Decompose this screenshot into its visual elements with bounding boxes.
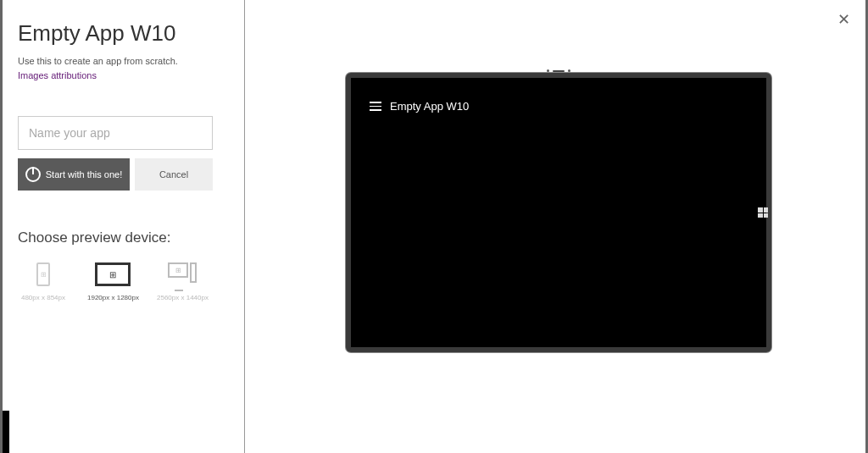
- app-name-input[interactable]: [18, 116, 213, 150]
- page-subtitle: Use this to create an app from scratch.: [18, 55, 227, 67]
- preview-area: ✕ Empty App W10: [246, 0, 865, 453]
- tablet-icon: [87, 260, 138, 289]
- cancel-button[interactable]: Cancel: [135, 158, 213, 191]
- device-option-tablet[interactable]: 1920px x 1280px: [87, 260, 138, 301]
- device-label: 480px x 854px: [18, 294, 69, 301]
- windows-logo-icon: [758, 207, 768, 218]
- device-label: 1920px x 1280px: [87, 294, 138, 301]
- app-screen: Empty App W10: [363, 91, 754, 334]
- power-icon: [25, 167, 41, 182]
- device-bezel: Empty App W10: [351, 78, 766, 347]
- device-row: 480px x 854px 1920px x 1280px 2560px x 1…: [18, 260, 227, 301]
- start-button-label: Start with this one!: [46, 169, 123, 180]
- start-button[interactable]: Start with this one!: [18, 158, 130, 191]
- hamburger-icon[interactable]: [370, 102, 381, 111]
- app-preview-title: Empty App W10: [390, 100, 469, 113]
- sidebar-panel: Empty App W10 Use this to create an app …: [9, 0, 245, 453]
- desktop-icon: [157, 260, 208, 289]
- device-preview-frame: Empty App W10: [346, 73, 771, 352]
- action-row: Start with this one! Cancel: [18, 158, 227, 191]
- attributions-link[interactable]: Images attributions: [18, 70, 97, 80]
- page-title: Empty App W10: [18, 20, 227, 47]
- close-button[interactable]: ✕: [837, 10, 850, 29]
- device-heading: Choose preview device:: [18, 229, 227, 246]
- camera-notch: [547, 69, 570, 72]
- device-option-phone[interactable]: 480px x 854px: [18, 260, 69, 301]
- footer-strip-left: [3, 411, 9, 453]
- window-edge-left: [0, 0, 3, 453]
- device-option-desktop[interactable]: 2560px x 1440px: [157, 260, 208, 301]
- phone-icon: [18, 260, 69, 289]
- device-label: 2560px x 1440px: [157, 294, 208, 301]
